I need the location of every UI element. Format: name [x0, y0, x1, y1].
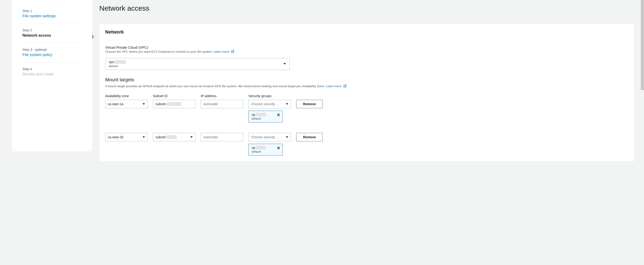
- panel-title: Network: [105, 29, 629, 35]
- chevron-down-icon: [142, 102, 145, 106]
- step-number-text: Step 3: [22, 48, 32, 52]
- step-2[interactable]: Step 2 Network access: [22, 24, 82, 43]
- ip-placeholder: Automatic: [203, 135, 218, 139]
- az-select[interactable]: us-east-1b: [105, 133, 148, 141]
- sg-cell: Choose security … sg- default: [248, 133, 291, 156]
- panel-body: Virtual Private Cloud (VPC) Choose the V…: [100, 40, 634, 161]
- vpc-selected-subtitle: default: [109, 64, 126, 68]
- external-link-icon: [231, 50, 234, 54]
- sg-select[interactable]: Choose security …: [248, 100, 291, 108]
- step-title: Review and create: [22, 72, 82, 76]
- subnet-value: subnet-: [156, 135, 177, 139]
- ip-input[interactable]: Automatic: [201, 133, 243, 141]
- az-value: us-east-1a: [108, 102, 124, 106]
- vpc-label: Virtual Private Cloud (VPC): [105, 46, 629, 50]
- sg-cell: Choose security … sg- default: [248, 100, 291, 122]
- step-3[interactable]: Step 3 - optional File system policy: [22, 43, 82, 62]
- learn-more-text: Learn more: [214, 50, 229, 54]
- step-number: Step 2: [22, 28, 82, 32]
- redacted-text: [167, 135, 177, 139]
- chevron-down-icon: [190, 136, 193, 138]
- col-header-az: Availability zone: [105, 94, 148, 98]
- subnet-select[interactable]: subnet-: [153, 100, 196, 108]
- step-optional: optional: [35, 48, 46, 52]
- content-area: Network access Network Virtual Private C…: [92, 0, 644, 265]
- chevron-down-icon: [286, 136, 288, 138]
- sg-chip-name: default: [252, 117, 274, 120]
- sg-chip-name: default: [252, 150, 274, 154]
- az-value: us-east-1b: [108, 135, 124, 139]
- wizard-steps-sidebar: Step 1 File system settings Step 2 Netwo…: [12, 0, 92, 151]
- remove-button[interactable]: Remove: [296, 100, 323, 108]
- vpc-field: Virtual Private Cloud (VPC) Choose the V…: [105, 46, 629, 70]
- close-icon[interactable]: [276, 113, 281, 117]
- az-select[interactable]: us-east-1a: [105, 100, 148, 108]
- col-header-ip: IP address: [201, 94, 243, 98]
- ip-input[interactable]: Automatic: [201, 100, 243, 108]
- sg-chip-id: sg-: [252, 113, 274, 116]
- sg-id-prefix: sg-: [252, 113, 256, 116]
- ip-placeholder: Automatic: [203, 102, 218, 106]
- network-panel: Network Virtual Private Cloud (VPC) Choo…: [99, 24, 634, 162]
- step-number: Step 1: [22, 9, 82, 13]
- vpc-learn-more-link[interactable]: Learn more: [214, 50, 234, 54]
- sg-placeholder: Choose security …: [251, 102, 279, 106]
- scrollbar-track[interactable]: [641, 0, 644, 265]
- sg-chip: sg- default: [248, 144, 283, 156]
- step-title[interactable]: File system policy: [22, 53, 82, 57]
- wizard-page: Step 1 File system settings Step 2 Netwo…: [0, 0, 644, 265]
- subnet-prefix: subnet-: [156, 135, 167, 139]
- sg-id-prefix: sg-: [252, 146, 256, 150]
- mount-desc-text: A mount target provides an NFSv4 endpoin…: [105, 84, 325, 88]
- remove-button[interactable]: Remove: [296, 133, 323, 141]
- sg-placeholder: Choose security …: [251, 135, 279, 139]
- learn-more-text: Learn more: [326, 84, 341, 88]
- vpc-desc-text: Choose the VPC where you want EC2 instan…: [105, 50, 213, 54]
- redacted-text: [256, 146, 266, 150]
- row-spacer: [105, 122, 148, 133]
- subnet-select[interactable]: subnet-: [153, 133, 196, 141]
- sg-select[interactable]: Choose security …: [248, 133, 291, 141]
- mount-targets-grid: Availability zone Subnet ID IP address S…: [105, 94, 629, 156]
- mount-title: Mount targets: [105, 77, 629, 82]
- step-1[interactable]: Step 1 File system settings: [22, 4, 82, 24]
- close-icon[interactable]: [276, 146, 281, 150]
- cursor-icon: [92, 36, 94, 40]
- external-link-icon: [343, 84, 346, 89]
- redacted-text: [167, 102, 181, 106]
- mount-description: A mount target provides an NFSv4 endpoin…: [105, 84, 629, 89]
- mount-learn-more-link[interactable]: Learn more: [326, 84, 346, 88]
- mount-targets-section: Mount targets A mount target provides an…: [105, 77, 629, 156]
- subnet-prefix: subnet-: [156, 102, 167, 106]
- step-4: Step 4 Review and create: [22, 62, 82, 82]
- step-number: Step 3 - optional: [22, 48, 82, 52]
- redacted-text: [256, 113, 266, 116]
- sg-chip-id: sg-: [252, 146, 274, 150]
- col-header-sg: Security groups: [248, 94, 291, 98]
- col-header-subnet: Subnet ID: [153, 94, 196, 98]
- subnet-value: subnet-: [156, 102, 181, 106]
- vpc-select[interactable]: vpc default: [105, 58, 290, 70]
- panel-header: Network: [100, 24, 634, 40]
- chevron-down-icon: [286, 102, 288, 106]
- vpc-description: Choose the VPC where you want EC2 instan…: [105, 50, 629, 54]
- step-title[interactable]: File system settings: [22, 14, 82, 18]
- sg-chip: sg- default: [248, 111, 283, 122]
- step-title: Network access: [22, 33, 82, 38]
- chevron-down-icon: [142, 136, 145, 138]
- vpc-prefix: vpc: [109, 60, 114, 64]
- vpc-selected-value: vpc: [109, 60, 126, 64]
- page-title: Network access: [99, 4, 634, 12]
- redacted-text: [114, 60, 126, 64]
- chevron-down-icon: [283, 62, 286, 65]
- step-number: Step 4: [22, 67, 82, 71]
